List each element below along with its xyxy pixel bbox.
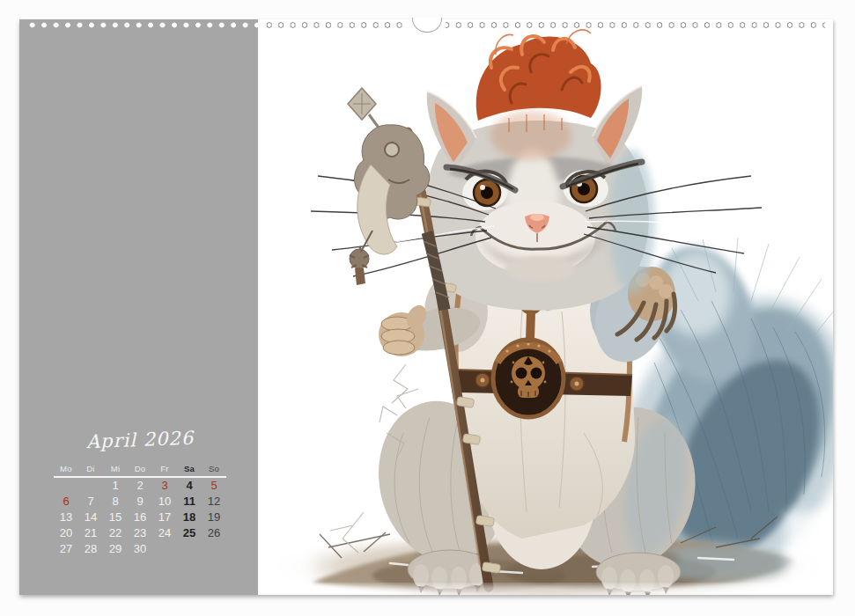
day-header-Fr: Fr xyxy=(152,463,177,475)
day-13: 13 xyxy=(54,510,78,525)
day-23: 23 xyxy=(128,525,152,541)
day-header-Do: Do xyxy=(128,463,152,475)
day-22: 22 xyxy=(103,525,128,541)
day-empty xyxy=(177,541,202,557)
day-12: 12 xyxy=(202,494,226,510)
day-14: 14 xyxy=(78,510,103,525)
calendar-week-row: 20212223242526 xyxy=(54,525,226,541)
calendar-week-row: 12345 xyxy=(54,478,226,494)
calendar-week-row: 6789101112 xyxy=(54,494,226,510)
day-header-Mi: Mi xyxy=(103,463,128,475)
day-25: 25 xyxy=(177,525,202,541)
day-21: 21 xyxy=(78,525,103,541)
day-24: 24 xyxy=(152,525,177,541)
month-title: April 2026 xyxy=(54,427,227,454)
day-empty xyxy=(78,478,103,494)
day-15: 15 xyxy=(103,510,128,525)
day-2: 2 xyxy=(128,478,152,494)
day-16: 16 xyxy=(128,510,152,525)
day-19: 19 xyxy=(202,510,226,525)
day-29: 29 xyxy=(103,541,128,557)
day-26: 26 xyxy=(202,525,226,541)
day-9: 9 xyxy=(128,494,152,510)
squirrel-illustration xyxy=(258,19,833,595)
day-10: 10 xyxy=(152,494,177,510)
day-8: 8 xyxy=(103,494,128,510)
day-5: 5 xyxy=(202,478,226,494)
day-empty xyxy=(202,541,226,557)
calendar-grid: 1234567891011121314151617181920212223242… xyxy=(54,478,226,557)
binding-holes-icon xyxy=(263,21,825,29)
day-empty xyxy=(152,541,177,557)
calendar-day-headers: MoDiMiDoFrSaSo xyxy=(54,463,226,475)
day-7: 7 xyxy=(78,494,103,510)
day-20: 20 xyxy=(54,525,78,541)
day-4: 4 xyxy=(177,478,202,494)
calendar-week-row: 27282930 xyxy=(54,541,226,557)
day-18: 18 xyxy=(177,510,202,525)
day-30: 30 xyxy=(128,541,152,557)
day-header-So: So xyxy=(202,463,226,475)
day-header-Mo: Mo xyxy=(54,463,78,475)
day-3: 3 xyxy=(152,478,177,494)
day-11: 11 xyxy=(177,494,202,510)
day-17: 17 xyxy=(152,510,177,525)
day-header-Sa: Sa xyxy=(177,463,202,475)
day-header-Di: Di xyxy=(78,463,103,475)
day-27: 27 xyxy=(54,541,78,557)
calendar-page: April 2026 MoDiMiDoFrSaSo 12345678910111… xyxy=(19,19,833,595)
day-1: 1 xyxy=(103,478,128,494)
calendar-week-row: 13141516171819 xyxy=(54,510,226,525)
day-28: 28 xyxy=(78,541,103,557)
mini-calendar: April 2026 MoDiMiDoFrSaSo 12345678910111… xyxy=(54,429,226,579)
binding-holes-icon xyxy=(26,21,258,29)
day-empty xyxy=(54,478,78,494)
day-6: 6 xyxy=(54,494,78,510)
staff-ornament xyxy=(348,88,430,285)
